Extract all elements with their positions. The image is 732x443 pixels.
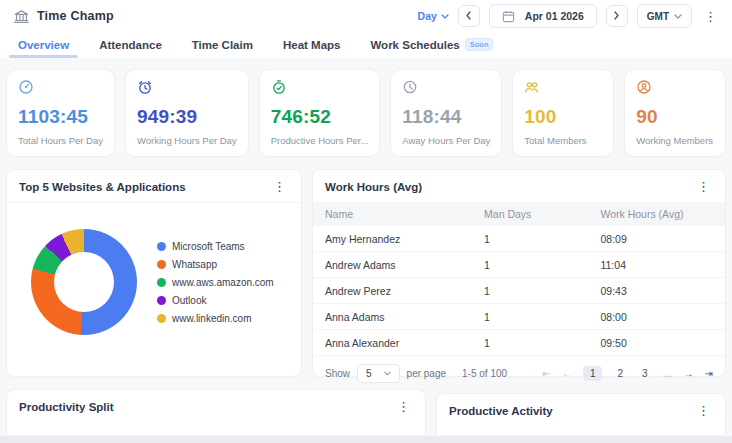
cell-name: Anna Alexander: [325, 337, 484, 349]
productivity-split-panel: Productivity Split ⋮: [6, 389, 426, 435]
team-icon: [524, 79, 540, 95]
gauge-clock-icon: [18, 79, 34, 95]
tab-heat-maps[interactable]: Heat Maps: [283, 36, 341, 58]
last-page-icon[interactable]: ⇥: [705, 368, 713, 379]
panel-title: Top 5 Websites & Applications: [19, 181, 186, 193]
top-bar: Time Champ Day Apr 01 2026 GMT ⋮: [0, 0, 732, 30]
prev-date-button[interactable]: [458, 5, 480, 27]
kebab-menu-icon[interactable]: ⋮: [270, 179, 289, 194]
panel-title: Productive Activity: [449, 405, 553, 417]
cell-work-hours: 09:50: [600, 337, 713, 349]
next-page-icon[interactable]: →: [684, 368, 694, 379]
tab-label: Overview: [18, 39, 69, 51]
dashboard-content: 1103:45 Total Hours Per Day 949:39 Worki…: [0, 58, 732, 443]
cell-man-days: 1: [484, 337, 600, 349]
cell-name: Amy Hernandez: [325, 233, 484, 245]
stat-card-working-hours: 949:39 Working Hours Per Day: [125, 69, 249, 157]
page-size-select[interactable]: 5: [357, 364, 400, 383]
page-ellipsis: …: [663, 368, 673, 379]
stat-label: Away Hours Per Day: [402, 135, 490, 146]
tab-time-claim[interactable]: Time Claim: [192, 36, 253, 58]
work-hours-panel: Work Hours (Avg) ⋮ Name Man Days Work Ho…: [312, 169, 726, 377]
page-number-2[interactable]: 2: [613, 366, 627, 381]
date-value: Apr 01 2026: [525, 10, 584, 22]
cell-work-hours: 08:09: [600, 233, 713, 245]
table-row[interactable]: Andrew Adams 1 11:04: [313, 252, 725, 278]
table-row[interactable]: Anna Alexander 1 09:50: [313, 330, 725, 356]
stat-label: Total Hours Per Day: [18, 135, 103, 146]
cell-work-hours: 11:04: [600, 259, 713, 271]
legend-dot: [157, 296, 166, 305]
chevron-right-icon: [614, 11, 619, 22]
chevron-down-icon: [674, 14, 682, 19]
panel-header: Top 5 Websites & Applications ⋮: [7, 170, 301, 203]
bottom-edge: [0, 436, 732, 443]
pagination-controls: ⇤ ← 1 2 3 … → ⇥: [543, 366, 713, 381]
first-page-icon[interactable]: ⇤: [543, 368, 551, 379]
cell-name: Andrew Perez: [325, 285, 484, 297]
table-row[interactable]: Anna Adams 1 08:00: [313, 304, 725, 330]
legend-label: www.linkedin.com: [172, 313, 251, 324]
panel-header: Productive Activity ⋮: [437, 394, 725, 426]
stat-value: 949:39: [137, 106, 237, 128]
tab-label: Heat Maps: [283, 39, 341, 51]
panel-title: Productivity Split: [19, 401, 114, 413]
top-websites-panel: Top 5 Websites & Applications ⋮ Microsof…: [6, 169, 302, 377]
nav-tabs: Overview Attendance Time Claim Heat Maps…: [0, 30, 732, 58]
stat-card-working-members: 90 Working Members: [624, 69, 726, 157]
cell-man-days: 1: [484, 233, 600, 245]
date-picker[interactable]: Apr 01 2026: [489, 4, 597, 28]
timezone-dropdown[interactable]: GMT: [637, 4, 692, 28]
stat-label: Total Members: [524, 135, 602, 146]
timezone-label: GMT: [647, 11, 669, 22]
table-header: Name Man Days Work Hours (Avg): [313, 202, 725, 226]
chevron-left-icon: [466, 11, 471, 22]
cell-name: Andrew Adams: [325, 259, 484, 271]
column-header-man-days[interactable]: Man Days: [484, 208, 600, 220]
panel-title: Work Hours (Avg): [325, 181, 422, 193]
stat-value: 90: [636, 106, 714, 128]
stat-label: Working Hours Per Day: [137, 135, 237, 146]
tab-label: Attendance: [99, 39, 162, 51]
table-row[interactable]: Amy Hernandez 1 08:09: [313, 226, 725, 252]
kebab-menu-icon[interactable]: ⋮: [701, 9, 720, 24]
alarm-clock-icon: [137, 79, 153, 95]
websites-donut-chart[interactable]: [31, 229, 137, 335]
cell-man-days: 1: [484, 285, 600, 297]
legend-dot: [157, 242, 166, 251]
tab-overview[interactable]: Overview: [18, 36, 69, 58]
page-number-3[interactable]: 3: [638, 366, 652, 381]
tab-work-schedules[interactable]: Work Schedules Soon: [370, 35, 493, 58]
show-label: Show: [325, 368, 350, 379]
legend-label: Microsoft Teams: [172, 241, 245, 252]
stat-value: 1103:45: [18, 106, 103, 128]
top-bar-controls: Day Apr 01 2026 GMT ⋮: [418, 4, 720, 28]
legend-item: www.linkedin.com: [157, 313, 274, 324]
panel-header: Productivity Split ⋮: [7, 390, 425, 422]
productive-timer-icon: [271, 79, 287, 95]
period-dropdown[interactable]: Day: [418, 10, 449, 22]
prev-page-icon[interactable]: ←: [562, 368, 572, 379]
next-date-button[interactable]: [606, 5, 628, 27]
cell-name: Anna Adams: [325, 311, 484, 323]
column-header-name[interactable]: Name: [325, 208, 484, 220]
column-header-work-hours[interactable]: Work Hours (Avg): [600, 208, 713, 220]
donut-chart-area: Microsoft Teams Whatsapp www.aws.amazon.…: [7, 203, 301, 335]
pagination-range: 1-5 of 100: [462, 368, 507, 379]
cell-work-hours: 08:00: [600, 311, 713, 323]
legend-dot: [157, 260, 166, 269]
kebab-menu-icon[interactable]: ⋮: [694, 179, 713, 194]
bottom-row: Productivity Split ⋮ Productive Activity…: [6, 389, 726, 435]
away-clock-icon: [402, 79, 418, 95]
tab-attendance[interactable]: Attendance: [99, 36, 162, 58]
stats-row: 1103:45 Total Hours Per Day 949:39 Worki…: [6, 69, 726, 157]
legend-label: Whatsapp: [172, 259, 217, 270]
kebab-menu-icon[interactable]: ⋮: [694, 403, 713, 418]
chevron-down-icon: [384, 371, 391, 376]
cell-work-hours: 09:43: [600, 285, 713, 297]
legend-item: Microsoft Teams: [157, 241, 274, 252]
page-number-1[interactable]: 1: [583, 366, 603, 381]
kebab-menu-icon[interactable]: ⋮: [394, 399, 413, 414]
legend-dot: [157, 278, 166, 287]
table-row[interactable]: Andrew Perez 1 09:43: [313, 278, 725, 304]
